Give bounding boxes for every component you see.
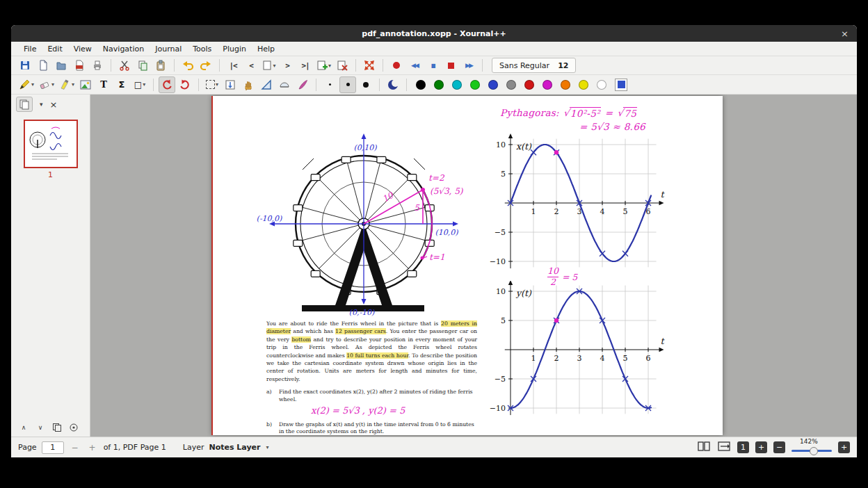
spline-tool-button[interactable] [294, 76, 311, 93]
vertical-space-button[interactable] [222, 76, 239, 93]
copy-button[interactable] [134, 57, 151, 74]
select-region-button[interactable]: ▾ [204, 76, 220, 93]
svg-text:t: t [661, 336, 666, 346]
rotate-ccw-button[interactable] [159, 76, 175, 93]
shape-tool-button[interactable]: □ ▾ [131, 76, 148, 93]
export-pdf-button[interactable] [71, 57, 88, 74]
toolbar-separator [406, 79, 407, 91]
stop-button[interactable] [442, 57, 459, 74]
math-tex-button[interactable]: Σ [113, 76, 130, 93]
color-swatch-2[interactable] [452, 80, 462, 90]
sidebar-close-button[interactable]: × [50, 99, 58, 110]
eraser-tool-button[interactable]: ▾ [37, 76, 56, 93]
thick-dot-icon [363, 82, 369, 88]
menu-item-journal[interactable]: Journal [150, 43, 187, 55]
record-audio-button[interactable] [388, 57, 405, 74]
document-canvas[interactable]: (0,10) (-10,0) (10,0) (0,-10) 10 [90, 95, 857, 437]
pen-size-medium-button[interactable] [339, 76, 356, 93]
setsquare-tool-button[interactable] [258, 76, 275, 93]
dual-page-view-button[interactable] [697, 441, 711, 454]
preview-pane-button[interactable] [16, 97, 33, 112]
svg-text:x(t): x(t) [516, 141, 532, 152]
zoom-fit-button[interactable]: + [755, 441, 767, 453]
color-swatch-6[interactable] [524, 80, 534, 90]
pause-button[interactable]: ▮▮ [424, 57, 441, 74]
color-swatch-3[interactable] [470, 80, 480, 90]
rotate-cw-button[interactable] [177, 76, 193, 93]
cut-button[interactable] [116, 57, 133, 74]
layer-selector[interactable]: Notes Layer [209, 443, 260, 452]
menu-item-view[interactable]: View [68, 43, 97, 55]
new-document-button[interactable] [35, 57, 51, 74]
color-swatch-10[interactable] [597, 80, 606, 90]
pen-size-fine-button[interactable] [321, 76, 338, 93]
new-page-button[interactable]: ▾ [315, 57, 332, 74]
menu-item-file[interactable]: File [18, 43, 42, 55]
duplicate-page-button[interactable] [50, 421, 64, 434]
desktop-background: pdf_annotation.xopp - Xournal++ × FileEd… [0, 0, 868, 488]
color-picker-button[interactable] [615, 79, 627, 91]
target-page-button[interactable] [67, 421, 81, 434]
menu-item-edit[interactable]: Edit [42, 43, 67, 55]
paste-button[interactable] [152, 57, 169, 74]
sidebar-chevron-down-icon[interactable]: ▾ [40, 101, 43, 108]
save-button[interactable] [17, 57, 33, 74]
hand-tool-button[interactable] [240, 76, 257, 93]
font-button[interactable]: Sans Regular 12 [492, 58, 576, 73]
color-swatch-4[interactable] [488, 80, 498, 90]
zoom-slider-handle[interactable] [810, 447, 818, 455]
open-button[interactable] [53, 57, 70, 74]
print-button[interactable] [89, 57, 106, 74]
sidebar-down-button[interactable]: ∨ [33, 421, 47, 434]
color-swatch-7[interactable] [542, 80, 552, 90]
zoom-slider[interactable]: 142% [791, 439, 832, 457]
page-select-button[interactable]: ▾ [261, 57, 278, 74]
zoom-100-button[interactable]: 1 [737, 441, 749, 453]
text-tool-button[interactable]: T [95, 76, 112, 93]
menu-item-help[interactable]: Help [252, 43, 280, 55]
chevron-down-icon: ▾ [51, 81, 54, 88]
menu-item-plugin[interactable]: Plugin [217, 43, 252, 55]
layer-chevron-down-icon[interactable]: ▾ [266, 444, 268, 450]
compass-tool-button[interactable] [276, 76, 293, 93]
window-close-button[interactable]: × [841, 25, 849, 42]
page-number-input[interactable]: 1 [42, 441, 64, 454]
presentation-mode-button[interactable] [717, 441, 731, 454]
next-page-button[interactable]: > [279, 57, 296, 74]
page-label: Page [18, 443, 37, 452]
highlighter-tool-button[interactable]: ▾ [57, 76, 76, 93]
sidebar-up-button[interactable]: ∧ [17, 421, 31, 434]
zoom-in-button[interactable]: + [838, 441, 850, 453]
delete-page-button[interactable] [334, 57, 351, 74]
pen-size-thick-button[interactable] [357, 76, 374, 93]
page-increment-button[interactable]: + [86, 441, 99, 454]
eraser-icon [38, 79, 51, 91]
statusbar-right: 1 + − 142% + [697, 439, 850, 457]
dark-theme-button[interactable] [385, 76, 401, 93]
menu-item-navigation[interactable]: Navigation [97, 43, 150, 55]
forward-button[interactable]: ▶▶ [460, 57, 477, 74]
fullscreen-button[interactable] [361, 57, 378, 74]
rewind-button[interactable]: ◀◀ [406, 57, 423, 74]
undo-button[interactable] [179, 57, 196, 74]
page-decrement-button[interactable]: − [69, 441, 81, 454]
pen-tool-button[interactable]: ▾ [17, 76, 35, 93]
pdf-page[interactable]: (0,10) (-10,0) (10,0) (0,-10) 10 [212, 96, 723, 435]
page-thumbnail[interactable] [24, 120, 78, 168]
color-swatch-5[interactable] [506, 80, 516, 90]
redo-button[interactable] [198, 57, 214, 74]
last-page-button[interactable]: >| [297, 57, 314, 74]
previous-page-button[interactable]: < [243, 57, 259, 74]
zoom-out-button[interactable]: − [773, 441, 785, 453]
image-tool-button[interactable] [77, 76, 94, 93]
rotate-cw-icon [179, 79, 191, 91]
color-swatch-8[interactable] [561, 80, 570, 90]
color-swatch-9[interactable] [579, 80, 588, 90]
menu-item-tools[interactable]: Tools [187, 43, 217, 55]
equals-sign: = [605, 107, 613, 119]
color-swatch-0[interactable] [416, 80, 426, 90]
title-bar[interactable]: pdf_annotation.xopp - Xournal++ × [11, 25, 857, 42]
color-swatch-1[interactable] [434, 80, 444, 90]
text-tool-icon: T [100, 79, 107, 90]
first-page-button[interactable]: |< [225, 57, 241, 74]
